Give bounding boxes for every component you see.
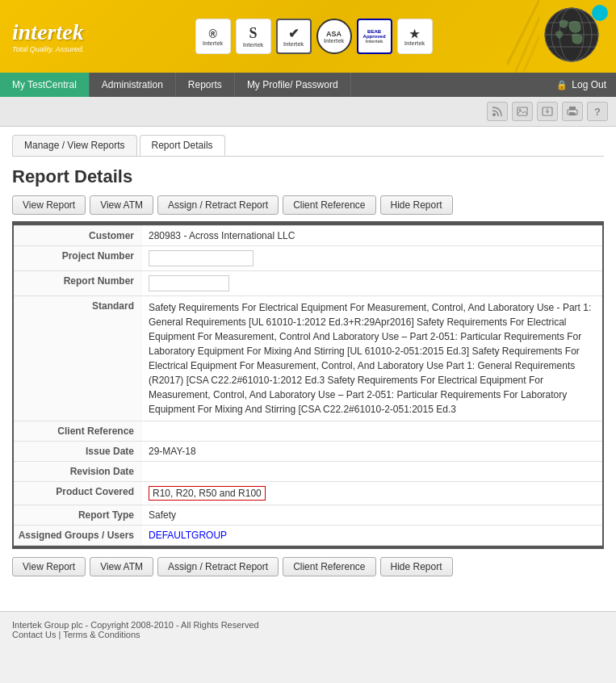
- decorative-lines: [507, 0, 539, 73]
- view-atm-button-bottom[interactable]: View ATM: [90, 557, 153, 576]
- table-row-report-number: Report Number: [13, 270, 603, 295]
- assign-retract-button-bottom[interactable]: Assign / Retract Report: [157, 557, 279, 576]
- brand-logo: intertek: [12, 19, 84, 45]
- view-atm-button-top[interactable]: View ATM: [90, 195, 153, 215]
- tab-report-details[interactable]: Report Details: [140, 135, 225, 156]
- table-row-revision-date: Revision Date: [13, 461, 603, 481]
- table-row-client-reference: Client Reference: [13, 421, 603, 441]
- page-title: Report Details: [12, 166, 604, 187]
- svg-line-8: [515, 0, 539, 73]
- assigned-group-text: DEFAULTGROUP: [149, 530, 227, 541]
- nav-my-profile[interactable]: My Profile/ Password: [235, 73, 351, 97]
- nav-reports[interactable]: Reports: [176, 73, 235, 97]
- svg-line-7: [507, 0, 539, 65]
- cert-etl-label: Intertek: [203, 40, 223, 46]
- rss-icon[interactable]: [487, 102, 508, 121]
- brand-tagline: Total Quality. Assured.: [12, 45, 84, 53]
- brand-section: intertek Total Quality. Assured.: [12, 19, 84, 53]
- footer: Intertek Group plc - Copyright 2008-2010…: [0, 611, 616, 647]
- cert-star-symbol: ★: [409, 27, 420, 40]
- report-number-label: Report Number: [13, 270, 142, 295]
- cert-etl-symbol: ®: [208, 27, 216, 40]
- project-number-value: [142, 245, 603, 270]
- customer-value: 280983 - Across International LLC: [142, 225, 603, 245]
- project-number-input[interactable]: [149, 250, 254, 266]
- svg-rect-15: [569, 107, 576, 110]
- report-number-value: [142, 270, 603, 295]
- svg-line-9: [523, 0, 539, 73]
- customer-label: Customer: [13, 225, 142, 245]
- details-table: Customer 280983 - Across International L…: [12, 221, 604, 549]
- view-report-button-bottom[interactable]: View Report: [12, 557, 86, 576]
- view-report-button-top[interactable]: View Report: [12, 195, 86, 215]
- table-row-issue-date: Issue Date 29-MAY-18: [13, 441, 603, 461]
- nav-logout[interactable]: 🔒 Log Out: [547, 73, 616, 97]
- issue-date-label: Issue Date: [13, 441, 142, 461]
- footer-links: Contact Us | Terms & Conditions: [12, 630, 604, 639]
- table-row-report-type: Report Type Safety: [13, 505, 603, 525]
- blue-dot: [592, 5, 608, 21]
- tabs-row: Manage / View Reports Report Details: [12, 135, 604, 157]
- tab-manage-view-reports[interactable]: Manage / View Reports: [12, 135, 137, 156]
- cert-s-symbol: S: [249, 25, 258, 42]
- main-content: Manage / View Reports Report Details Rep…: [0, 127, 616, 611]
- hide-report-button-top[interactable]: Hide Report: [380, 195, 453, 215]
- client-reference-button-top[interactable]: Client Reference: [283, 195, 375, 215]
- footer-copyright: Intertek Group plc - Copyright 2008-2010…: [12, 620, 604, 630]
- table-row-product-covered: Product Covered R10, R20, R50 and R100: [13, 481, 603, 505]
- client-reference-value: [142, 421, 603, 441]
- header: intertek Total Quality. Assured. ® Inter…: [0, 0, 616, 73]
- cert-asa-symbol: ASA: [326, 30, 342, 38]
- download-icon[interactable]: [537, 102, 558, 121]
- cert-asa-label: Intertek: [324, 38, 344, 44]
- image-icon[interactable]: [512, 102, 533, 121]
- nav-bar: My TestCentral Administration Reports My…: [0, 73, 616, 97]
- assigned-groups-label: Assigned Groups / Users: [13, 525, 142, 545]
- table-row-assigned-groups: Assigned Groups / Users DEFAULTGROUP: [13, 525, 603, 545]
- standard-value: Safety Requirements For Electrical Equip…: [142, 295, 603, 421]
- cert-section: ® Intertek S Intertek ✔ Intertek ASA Int…: [195, 19, 433, 54]
- product-covered-text: R10, R20, R50 and R100: [149, 486, 266, 501]
- client-reference-label: Client Reference: [13, 421, 142, 441]
- svg-point-10: [492, 113, 496, 116]
- revision-date-label: Revision Date: [13, 461, 142, 481]
- assign-retract-button-top[interactable]: Assign / Retract Report: [157, 195, 279, 215]
- table-footer-row: [13, 545, 603, 548]
- cert-beab: BEAB Approved Intertek: [357, 19, 392, 54]
- table-row-standard: Standard Safety Requirements For Electri…: [13, 295, 603, 421]
- action-buttons-bottom: View Report View ATM Assign / Retract Re…: [12, 557, 604, 576]
- cert-s: S Intertek: [236, 19, 271, 54]
- assigned-groups-value: DEFAULTGROUP: [142, 525, 603, 545]
- cert-star: ★ Intertek: [397, 19, 433, 54]
- cert-check-symbol: ✔: [288, 26, 299, 41]
- globe-section: [543, 6, 604, 67]
- cert-s-label: Intertek: [243, 42, 263, 48]
- footer-terms[interactable]: Terms & Conditions: [63, 630, 140, 639]
- hide-report-button-bottom[interactable]: Hide Report: [380, 557, 453, 576]
- revision-date-value: [142, 461, 603, 481]
- nav-my-testcentral[interactable]: My TestCentral: [0, 73, 90, 97]
- help-icon[interactable]: ?: [587, 102, 608, 121]
- footer-contact-us[interactable]: Contact Us: [12, 630, 56, 639]
- table-row-customer: Customer 280983 - Across International L…: [13, 225, 603, 245]
- report-number-input[interactable]: [149, 275, 229, 291]
- report-type-value: Safety: [142, 505, 603, 525]
- cert-check: ✔ Intertek: [276, 19, 312, 54]
- report-type-label: Report Type: [13, 505, 142, 525]
- svg-point-18: [574, 111, 576, 113]
- product-covered-label: Product Covered: [13, 481, 142, 505]
- nav-administration[interactable]: Administration: [90, 73, 176, 97]
- cert-asa: ASA Intertek: [316, 19, 352, 54]
- standard-label: Standard: [13, 295, 142, 421]
- action-buttons-top: View Report View ATM Assign / Retract Re…: [12, 195, 604, 215]
- client-reference-button-bottom[interactable]: Client Reference: [283, 557, 375, 576]
- svg-rect-11: [518, 107, 527, 115]
- project-number-label: Project Number: [13, 245, 142, 270]
- cert-beab-label: Intertek: [366, 39, 383, 44]
- product-covered-value: R10, R20, R50 and R100: [142, 481, 603, 505]
- svg-rect-17: [569, 112, 576, 115]
- cert-etl: ® Intertek: [195, 19, 231, 54]
- toolbar: ?: [0, 97, 616, 127]
- cert-check-label: Intertek: [283, 41, 304, 47]
- print-icon[interactable]: [562, 102, 583, 121]
